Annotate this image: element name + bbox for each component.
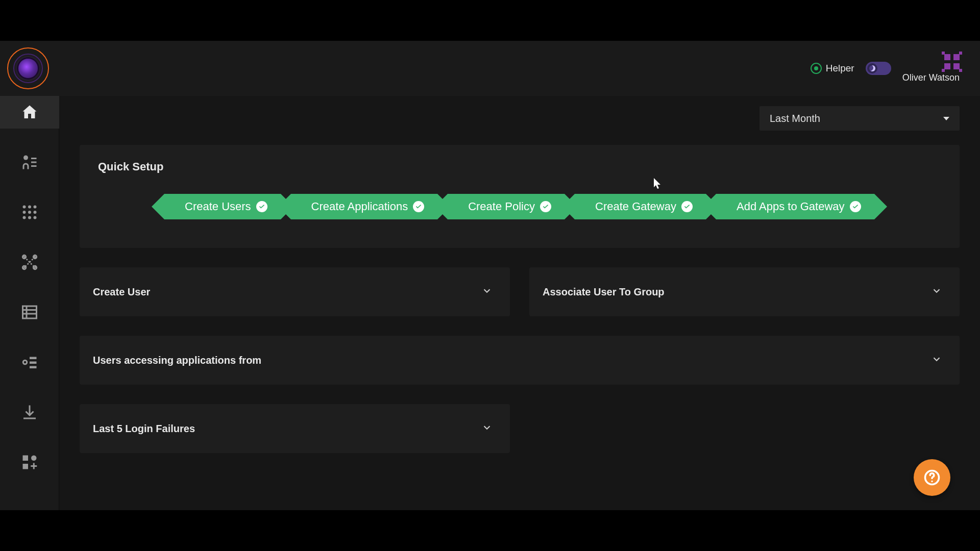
step-create-applications[interactable]: Create Applications bbox=[291, 194, 438, 219]
quick-setup-card: Quick Setup Create Users Create Applicat… bbox=[80, 145, 960, 248]
app-logo[interactable] bbox=[0, 41, 56, 96]
main-content: Last Month Quick Setup Create Users Crea… bbox=[59, 96, 980, 510]
step-label: Create Users bbox=[185, 200, 251, 213]
svg-point-9 bbox=[33, 216, 36, 219]
panel-users-accessing-apps[interactable]: Users accessing applications from bbox=[80, 336, 960, 385]
sliders-icon bbox=[20, 353, 39, 371]
svg-point-4 bbox=[22, 211, 26, 214]
theme-toggle[interactable] bbox=[866, 62, 891, 75]
sidebar-item-network[interactable] bbox=[0, 246, 59, 279]
step-label: Create Applications bbox=[311, 200, 408, 213]
quick-setup-title: Quick Setup bbox=[98, 160, 941, 173]
app-header: Helper Oliver Watson bbox=[0, 41, 980, 96]
add-app-icon bbox=[20, 453, 39, 471]
step-label: Create Gateway bbox=[595, 200, 676, 213]
sidebar-item-apps[interactable] bbox=[0, 196, 59, 229]
panel-title: Associate User To Group bbox=[543, 286, 665, 298]
download-icon bbox=[20, 403, 39, 421]
check-icon bbox=[540, 201, 551, 212]
svg-rect-16 bbox=[30, 357, 37, 360]
grid-icon bbox=[20, 203, 39, 221]
panel-title: Last 5 Login Failures bbox=[93, 423, 195, 435]
step-add-apps-to-gateway[interactable]: Add Apps to Gateway bbox=[716, 194, 874, 219]
layout-icon bbox=[20, 303, 39, 321]
home-icon bbox=[20, 103, 39, 121]
avatar[interactable] bbox=[944, 54, 960, 69]
svg-point-8 bbox=[28, 216, 31, 219]
svg-point-6 bbox=[33, 211, 36, 214]
sidebar bbox=[0, 96, 59, 510]
chevron-down-icon bbox=[931, 354, 942, 367]
check-icon bbox=[256, 201, 267, 212]
svg-point-15 bbox=[23, 360, 27, 364]
panel-create-user[interactable]: Create User bbox=[80, 267, 510, 316]
svg-rect-14 bbox=[22, 306, 36, 318]
sidebar-item-settings[interactable] bbox=[0, 346, 59, 379]
step-create-users[interactable]: Create Users bbox=[164, 194, 281, 219]
quick-setup-steps: Create Users Create Applications Create … bbox=[164, 194, 941, 219]
svg-point-3 bbox=[33, 206, 36, 209]
network-icon bbox=[20, 253, 39, 271]
chevron-down-icon bbox=[481, 285, 493, 298]
help-fab[interactable] bbox=[914, 459, 950, 496]
sidebar-item-download[interactable] bbox=[0, 396, 59, 429]
svg-rect-18 bbox=[30, 366, 37, 369]
person-list-icon bbox=[20, 153, 39, 171]
check-icon bbox=[850, 201, 861, 212]
svg-point-7 bbox=[22, 216, 26, 219]
panel-login-failures[interactable]: Last 5 Login Failures bbox=[80, 404, 510, 453]
helper-label: Helper bbox=[826, 63, 854, 74]
svg-rect-17 bbox=[30, 362, 37, 364]
check-icon bbox=[413, 201, 424, 212]
broadcast-icon bbox=[811, 63, 822, 74]
chevron-down-icon bbox=[931, 285, 942, 298]
moon-icon bbox=[869, 65, 875, 71]
svg-point-5 bbox=[28, 211, 31, 214]
sidebar-item-users[interactable] bbox=[0, 146, 59, 179]
user-name: Oliver Watson bbox=[902, 72, 960, 83]
svg-point-20 bbox=[31, 456, 37, 461]
chevron-down-icon bbox=[481, 422, 493, 435]
time-range-value: Last Month bbox=[770, 113, 820, 124]
time-range-select[interactable]: Last Month bbox=[760, 106, 960, 131]
svg-point-1 bbox=[22, 206, 26, 209]
step-create-gateway[interactable]: Create Gateway bbox=[575, 194, 706, 219]
step-label: Add Apps to Gateway bbox=[737, 200, 845, 213]
svg-rect-21 bbox=[22, 464, 28, 469]
panel-title: Users accessing applications from bbox=[93, 355, 261, 366]
step-label: Create Policy bbox=[468, 200, 535, 213]
svg-point-23 bbox=[931, 481, 933, 482]
check-icon bbox=[681, 201, 693, 212]
svg-rect-19 bbox=[22, 456, 28, 461]
sidebar-item-logs[interactable] bbox=[0, 296, 59, 329]
help-icon bbox=[923, 468, 941, 487]
step-create-policy[interactable]: Create Policy bbox=[448, 194, 565, 219]
helper-indicator[interactable]: Helper bbox=[811, 63, 854, 74]
sidebar-item-addapp[interactable] bbox=[0, 446, 59, 479]
chevron-down-icon bbox=[943, 117, 949, 120]
sidebar-item-home[interactable] bbox=[0, 96, 59, 129]
svg-point-0 bbox=[23, 156, 28, 160]
panel-associate-user-to-group[interactable]: Associate User To Group bbox=[529, 267, 960, 316]
svg-point-2 bbox=[28, 206, 31, 209]
panel-title: Create User bbox=[93, 286, 150, 298]
